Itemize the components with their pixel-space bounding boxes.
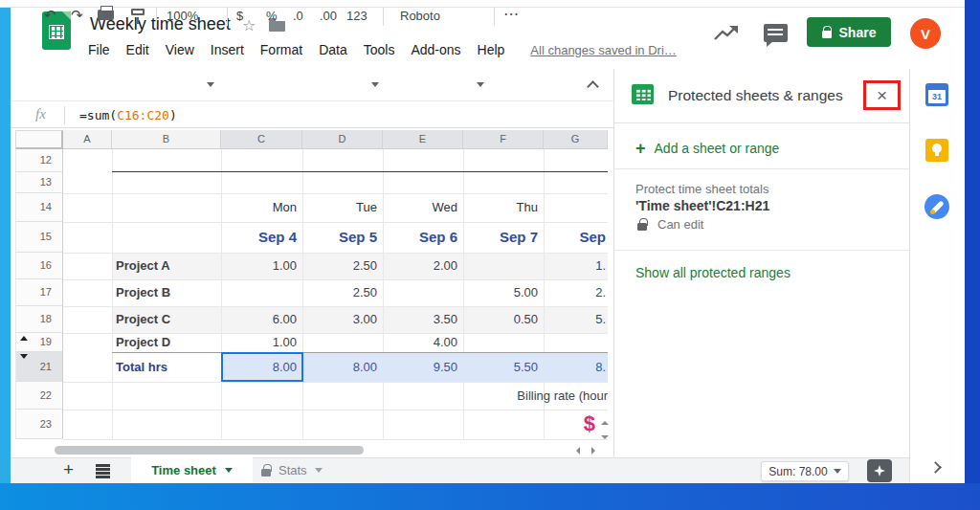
undo-button[interactable]: ↶ <box>44 7 56 24</box>
increase-decimal-button[interactable]: .00 <box>320 9 337 23</box>
number-format-caret-icon[interactable] <box>371 82 379 87</box>
total-cell[interactable]: 5.50 <box>463 353 538 382</box>
column-header-a[interactable]: A <box>63 130 112 149</box>
protection-range[interactable]: 'Time sheet'!C21:H21 <box>635 198 769 213</box>
menu-file[interactable]: File <box>88 42 110 57</box>
font-caret-icon[interactable] <box>477 82 484 87</box>
row-header-14[interactable]: 14 <box>15 193 63 222</box>
menu-insert[interactable]: Insert <box>211 42 244 57</box>
sum-dropdown[interactable]: Sum: 78.00 <box>761 461 849 481</box>
menu-addons[interactable]: Add-ons <box>411 42 460 57</box>
row-header-22[interactable]: 22 <box>15 382 63 410</box>
column-header-c[interactable]: C <box>221 130 302 149</box>
explore-button[interactable] <box>867 459 892 482</box>
tab-stats[interactable]: Stats <box>261 457 323 483</box>
row-label[interactable]: Project A <box>116 253 170 279</box>
percent-format-button[interactable]: % <box>266 9 278 23</box>
column-header-b[interactable]: B <box>112 130 221 149</box>
comment-history-icon[interactable] <box>764 24 788 42</box>
show-all-protected-ranges-link[interactable]: Show all protected ranges <box>635 265 791 280</box>
currency-cell[interactable]: $ <box>536 411 595 436</box>
add-sheet-button[interactable]: + <box>63 459 74 480</box>
tab-time-sheet[interactable]: Time sheet <box>131 457 253 483</box>
row-header-18[interactable]: 18 <box>15 306 63 333</box>
row-header-13[interactable]: 13 <box>15 172 63 193</box>
menu-format[interactable]: Format <box>260 42 302 57</box>
grid-cell[interactable]: 0.50 <box>463 306 538 333</box>
grid-cell[interactable]: 2.00 <box>383 253 457 279</box>
formula-input[interactable]: =sum(C16:C20) <box>79 108 177 122</box>
grid-cell[interactable]: 5.00 <box>463 279 538 306</box>
grid-cell[interactable]: 2. <box>544 279 606 306</box>
print-button[interactable] <box>98 10 114 20</box>
menu-help[interactable]: Help <box>478 42 505 57</box>
paint-format-button[interactable] <box>131 9 145 15</box>
date-header[interactable]: Sep 4 <box>221 222 297 253</box>
column-header-f[interactable]: F <box>463 130 544 149</box>
menu-edit[interactable]: Edit <box>126 42 149 57</box>
row-header-17[interactable]: 17 <box>15 279 63 306</box>
grid-cell[interactable]: 3.50 <box>383 306 457 333</box>
day-header[interactable]: Wed <box>383 193 457 222</box>
total-cell-active[interactable]: 8.00 <box>221 353 297 382</box>
add-sheet-or-range-button[interactable]: + Add a sheet or range <box>635 140 779 157</box>
row-header-15[interactable]: 15 <box>15 222 63 253</box>
calendar-icon[interactable]: 31 <box>925 83 948 106</box>
billing-rate-label[interactable]: Billing rate (hour <box>421 382 608 410</box>
grid-cell[interactable]: 4.00 <box>383 333 457 352</box>
grid-cell[interactable]: 5. <box>544 306 606 333</box>
scroll-down-icon[interactable] <box>601 435 609 439</box>
scroll-left-icon[interactable] <box>576 447 580 455</box>
decrease-decimal-button[interactable]: .0 <box>293 9 303 23</box>
menu-view[interactable]: View <box>166 42 194 57</box>
day-header[interactable]: Mon <box>221 193 297 222</box>
expand-hidden-row-up-icon[interactable] <box>20 336 28 341</box>
row-header-12[interactable]: 12 <box>15 149 63 172</box>
protection-description[interactable]: Protect time sheet totals <box>635 182 768 196</box>
all-sheets-menu-icon[interactable] <box>96 464 110 467</box>
menu-data[interactable]: Data <box>319 42 347 57</box>
date-header[interactable]: Sep 5 <box>302 222 377 253</box>
insights-icon[interactable] <box>713 25 740 42</box>
star-icon[interactable]: ☆ <box>242 16 256 34</box>
avatar[interactable]: V <box>910 18 941 49</box>
column-header-e[interactable]: E <box>383 130 463 149</box>
grid-cell[interactable]: 1.00 <box>221 253 297 279</box>
grid-cell[interactable]: 6.00 <box>221 306 297 333</box>
share-button[interactable]: Share <box>807 17 891 47</box>
font-select[interactable]: Roboto <box>400 9 440 23</box>
grid-cell[interactable]: 3.00 <box>302 306 377 333</box>
number-format-button[interactable]: 123 <box>346 9 368 23</box>
column-header-d[interactable]: D <box>302 130 383 149</box>
close-panel-icon[interactable]: × <box>877 86 887 104</box>
column-header-g[interactable]: G <box>544 130 608 149</box>
grid-cell[interactable]: 2.50 <box>302 253 377 279</box>
day-header[interactable]: Thu <box>463 193 538 222</box>
grid-cell[interactable]: 1. <box>544 253 606 279</box>
scroll-up-icon[interactable] <box>601 421 609 425</box>
total-cell-clipped[interactable]: 8. <box>544 353 606 382</box>
expand-hidden-row-down-icon[interactable] <box>20 354 28 359</box>
row-header-16[interactable]: 16 <box>15 253 63 279</box>
select-all-corner[interactable] <box>15 130 63 149</box>
grid-cell[interactable]: 2.50 <box>302 279 377 306</box>
grid-cell[interactable]: 1.00 <box>221 333 297 352</box>
day-header[interactable]: Tue <box>302 193 377 222</box>
more-toolbar-button[interactable]: ⋯ <box>503 5 519 23</box>
total-cell[interactable]: 8.00 <box>302 353 377 382</box>
row-label[interactable]: Project B <box>116 279 170 306</box>
saved-status-link[interactable]: All changes saved in Dri… <box>530 43 676 57</box>
zoom-select[interactable]: 100% <box>167 9 198 23</box>
row-label[interactable]: Project D <box>116 333 170 352</box>
currency-format-button[interactable]: $ <box>236 9 243 23</box>
redo-button[interactable]: ↷ <box>71 7 83 24</box>
keep-icon[interactable] <box>925 139 948 162</box>
horizontal-scrollbar[interactable] <box>55 446 364 455</box>
menu-tools[interactable]: Tools <box>364 42 395 57</box>
zoom-caret-icon[interactable] <box>207 82 214 87</box>
date-header[interactable]: Sep 6 <box>383 222 457 253</box>
tasks-icon[interactable] <box>924 194 949 219</box>
total-cell[interactable]: 9.50 <box>383 353 457 382</box>
date-header-clipped[interactable]: Sep <box>544 222 606 253</box>
row-label[interactable]: Project C <box>116 306 170 333</box>
